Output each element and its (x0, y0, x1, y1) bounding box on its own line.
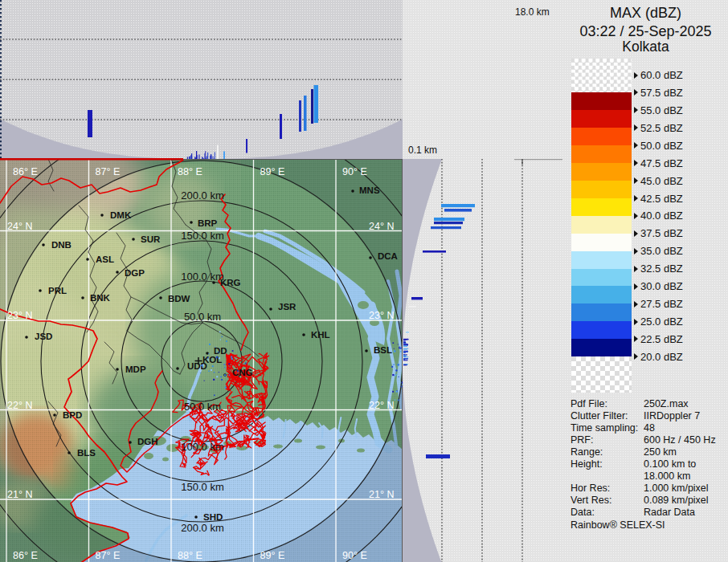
svg-text:150.0 km: 150.0 km (181, 481, 223, 493)
svg-text:DGH: DGH (137, 437, 158, 446)
svg-text:86° E: 86° E (13, 166, 38, 177)
svg-text:SUR: SUR (141, 234, 161, 244)
svg-text:SHD: SHD (203, 512, 223, 522)
svg-text:JSD: JSD (35, 332, 52, 341)
svg-text:KRG: KRG (220, 278, 241, 287)
svg-text:DMK: DMK (110, 210, 132, 220)
svg-text:88° E: 88° E (178, 550, 202, 561)
svg-text:90° E: 90° E (342, 166, 367, 177)
svg-text:KHL: KHL (311, 330, 330, 340)
svg-text:BPD: BPD (63, 410, 82, 420)
svg-text:22° N: 22° N (369, 400, 394, 411)
svg-text:23° N: 23° N (369, 310, 394, 321)
svg-text:150.0 km: 150.0 km (181, 230, 223, 242)
svg-text:87° E: 87° E (96, 166, 121, 177)
svg-text:50.0 km: 50.0 km (184, 311, 221, 323)
svg-text:ASL: ASL (96, 255, 114, 264)
svg-text:DCA: DCA (378, 251, 398, 261)
svg-text:24° N: 24° N (7, 221, 32, 232)
svg-text:86° E: 86° E (13, 550, 38, 561)
svg-text:87° E: 87° E (96, 550, 121, 561)
svg-text:200.0 km: 200.0 km (181, 522, 223, 534)
svg-text:JSR: JSR (278, 302, 297, 312)
svg-text:21° N: 21° N (7, 489, 32, 500)
svg-text:BSL: BSL (374, 345, 392, 355)
svg-text:21° N: 21° N (369, 489, 394, 500)
svg-text:BRP: BRP (198, 218, 218, 228)
svg-text:BNK: BNK (90, 293, 111, 303)
svg-text:200.0 km: 200.0 km (181, 189, 223, 202)
svg-text:PRL: PRL (48, 286, 67, 295)
svg-text:90° E: 90° E (342, 550, 367, 561)
svg-text:88° E: 88° E (178, 166, 202, 177)
svg-text:DNB: DNB (51, 240, 72, 250)
svg-text:89° E: 89° E (260, 550, 285, 561)
svg-text:DGP: DGP (125, 268, 145, 278)
svg-text:MDP: MDP (125, 364, 146, 374)
svg-text:BDW: BDW (168, 294, 190, 303)
svg-text:22° N: 22° N (7, 400, 32, 411)
svg-text:MNS: MNS (359, 185, 380, 195)
svg-text:100.0 km: 100.0 km (181, 271, 223, 283)
svg-text:CNG: CNG (232, 368, 253, 377)
svg-text:100.0 km: 100.0 km (181, 441, 223, 453)
svg-text:24° N: 24° N (369, 221, 394, 232)
svg-text:50.0 km: 50.0 km (184, 401, 221, 413)
svg-text:BLS: BLS (77, 448, 96, 458)
svg-text:KOL: KOL (202, 355, 222, 364)
svg-text:89° E: 89° E (260, 166, 285, 177)
svg-text:23° N: 23° N (7, 310, 32, 321)
